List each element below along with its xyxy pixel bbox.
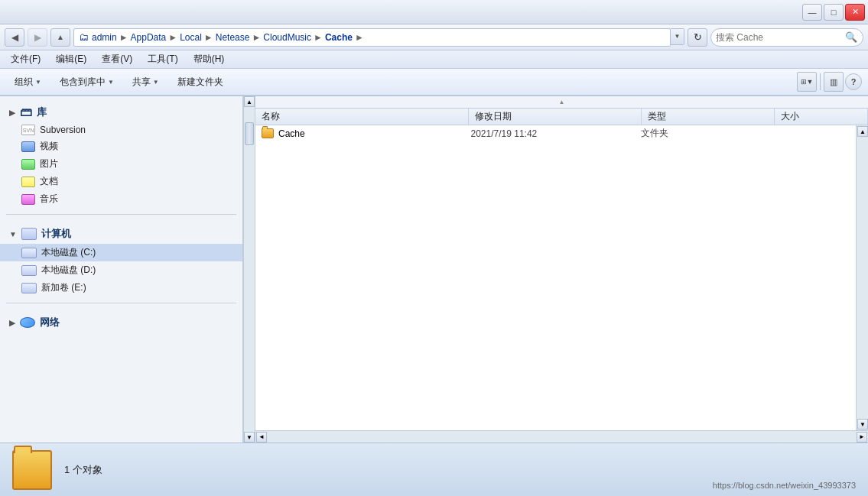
- col-header-type[interactable]: 类型: [642, 109, 775, 125]
- forward-button[interactable]: ▶: [28, 28, 47, 47]
- maximize-button[interactable]: □: [824, 4, 844, 21]
- breadcrumb-cloudmusic[interactable]: CloudMusic: [263, 32, 311, 43]
- col-header-size[interactable]: 大小: [775, 109, 868, 125]
- include-library-arrow: ▼: [108, 79, 114, 86]
- help-button[interactable]: ?: [845, 73, 862, 90]
- preview-pane-button[interactable]: ▥: [824, 72, 844, 92]
- breadcrumb-local[interactable]: Local: [180, 32, 202, 43]
- status-folder-icon: [12, 450, 52, 490]
- menu-view[interactable]: 查看(V): [97, 52, 137, 67]
- share-button[interactable]: 共享 ▼: [124, 71, 167, 92]
- sidebar-item-subversion[interactable]: SVN Subversion: [0, 122, 242, 138]
- sidebar-item-drive-d[interactable]: 本地磁盘 (D:): [0, 261, 242, 279]
- menu-edit[interactable]: 编辑(E): [51, 52, 91, 67]
- breadcrumb-cache[interactable]: Cache: [325, 32, 353, 43]
- menu-tools[interactable]: 工具(T): [143, 52, 182, 67]
- sort-header-arrow: ▲: [255, 96, 868, 109]
- sidebar-item-music[interactable]: 音乐: [0, 190, 242, 208]
- document-icon: [21, 177, 35, 187]
- sidebar-item-document[interactable]: 文档: [0, 173, 242, 190]
- file-list: Cache 2021/7/19 11:42 文件夹: [255, 125, 856, 430]
- share-arrow: ▼: [153, 79, 159, 86]
- close-button[interactable]: ✕: [845, 4, 865, 21]
- scroll-thumb[interactable]: [245, 122, 254, 145]
- file-cell-date-cache: 2021/7/19 11:42: [465, 125, 635, 141]
- status-url: https://blog.csdn.net/weixin_43993373: [713, 481, 856, 490]
- breadcrumb-dropdown[interactable]: ▼: [671, 28, 684, 45]
- subversion-icon: SVN: [21, 125, 35, 135]
- drive-e-icon: [21, 283, 37, 293]
- view-controls: ⊞▼ ▥: [797, 72, 844, 92]
- sidebar-label-drive-c: 本地磁盘 (C:): [41, 246, 96, 259]
- window-controls: — □ ✕: [802, 4, 865, 21]
- hscroll-left[interactable]: ◄: [256, 432, 267, 443]
- sidebar-computer-header: ▼ 计算机: [0, 224, 242, 244]
- refresh-button[interactable]: ↻: [688, 28, 707, 47]
- folder-icon-cache: [262, 128, 274, 138]
- breadcrumb-admin[interactable]: admin: [92, 32, 117, 43]
- sidebar-divider-1: [6, 214, 236, 215]
- col-header-date[interactable]: 修改日期: [469, 109, 642, 125]
- computer-icon: [21, 228, 37, 240]
- network-icon: [20, 317, 35, 328]
- sidebar-divider-2: [6, 303, 236, 303]
- sidebar-network-header: ▶ 网络: [0, 313, 242, 332]
- up-button[interactable]: ▲: [50, 28, 70, 47]
- minimize-button[interactable]: —: [802, 4, 822, 21]
- file-area-hscrollbar[interactable]: ◄ ►: [255, 430, 868, 443]
- view-button[interactable]: ⊞▼: [797, 72, 817, 92]
- col-header-name[interactable]: 名称: [255, 109, 469, 125]
- file-scroll-down[interactable]: ▼: [857, 419, 868, 430]
- scroll-up-btn[interactable]: ▲: [244, 96, 255, 107]
- sidebar-label-music: 音乐: [40, 193, 58, 206]
- file-scroll-up[interactable]: ▲: [857, 126, 868, 137]
- menu-file[interactable]: 文件(F): [6, 52, 45, 67]
- sidebar-label-subversion: Subversion: [40, 125, 86, 135]
- file-row-cache[interactable]: Cache 2021/7/19 11:42 文件夹: [255, 125, 856, 142]
- sidebar-item-drive-e[interactable]: 新加卷 (E:): [0, 279, 242, 297]
- title-bar: — □ ✕: [0, 0, 868, 24]
- search-icon[interactable]: 🔍: [844, 31, 858, 44]
- organize-button[interactable]: 组织 ▼: [6, 71, 50, 92]
- include-library-button[interactable]: 包含到库中 ▼: [51, 71, 122, 92]
- organize-arrow: ▼: [35, 79, 41, 86]
- menu-help[interactable]: 帮助(H): [189, 52, 229, 67]
- status-bar: 1 个对象 https://blog.csdn.net/weixin_43993…: [0, 443, 868, 496]
- music-icon: [21, 194, 35, 205]
- back-button[interactable]: ◀: [5, 28, 24, 47]
- breadcrumb-appdata[interactable]: AppData: [131, 32, 167, 43]
- hscroll-right[interactable]: ►: [857, 432, 867, 443]
- picture-icon: [21, 159, 35, 170]
- toolbar: 组织 ▼ 包含到库中 ▼ 共享 ▼ 新建文件夹 ⊞▼ ▥ ?: [0, 69, 868, 96]
- search-input[interactable]: [716, 32, 841, 43]
- breadcrumb-netease[interactable]: Netease: [216, 32, 250, 43]
- sidebar-label-video: 视频: [40, 140, 58, 153]
- new-folder-button[interactable]: 新建文件夹: [169, 71, 232, 92]
- sidebar: ▶ 🗃 库 SVN Subversion 视频 图片 文档: [0, 96, 243, 443]
- file-cell-name-cache: Cache: [255, 125, 465, 141]
- sidebar-item-drive-c[interactable]: 本地磁盘 (C:): [0, 244, 242, 261]
- sidebar-label-picture: 图片: [40, 157, 58, 170]
- column-headers: 名称 修改日期 类型 大小: [255, 109, 868, 125]
- sidebar-library-section: ▶ 🗃 库 SVN Subversion 视频 图片 文档: [0, 96, 242, 211]
- sidebar-label-document: 文档: [40, 175, 58, 188]
- sidebar-library-header: ▶ 🗃 库: [0, 102, 242, 122]
- address-bar: ◀ ▶ ▲ 🗂 admin ► AppData ► Local ► Neteas…: [0, 24, 868, 50]
- scroll-down-btn[interactable]: ▼: [244, 432, 255, 443]
- scroll-track: [244, 107, 255, 432]
- sidebar-scrollbar[interactable]: ▲ ▼: [243, 96, 255, 443]
- menu-bar: 文件(F) 编辑(E) 查看(V) 工具(T) 帮助(H): [0, 50, 868, 69]
- file-cell-type-cache: 文件夹: [635, 125, 766, 141]
- drive-c-icon: [21, 248, 37, 258]
- drive-d-icon: [21, 265, 37, 276]
- sidebar-label-drive-e: 新加卷 (E:): [41, 281, 86, 294]
- sidebar-item-video[interactable]: 视频: [0, 138, 242, 155]
- status-count: 1 个对象: [64, 463, 102, 477]
- breadcrumb[interactable]: 🗂 admin ► AppData ► Local ► Netease ► Cl…: [73, 28, 671, 47]
- file-area: ▲ 名称 修改日期 类型 大小: [255, 96, 868, 443]
- sidebar-network-section: ▶ 网络: [0, 306, 242, 336]
- file-area-scrollbar[interactable]: ▲ ▼: [856, 125, 868, 430]
- file-scroll-container: Cache 2021/7/19 11:42 文件夹 ▲ ▼: [255, 125, 868, 430]
- sidebar-item-picture[interactable]: 图片: [0, 155, 242, 173]
- sidebar-label-drive-d: 本地磁盘 (D:): [41, 264, 96, 277]
